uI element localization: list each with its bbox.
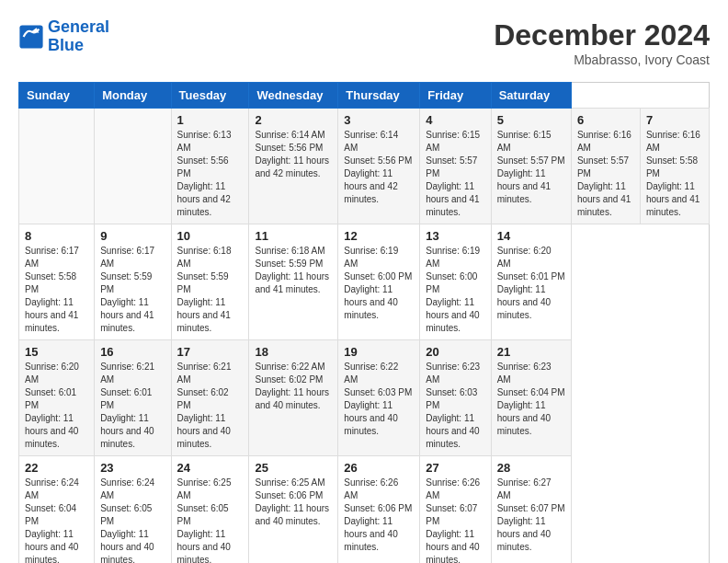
day-info: Sunrise: 6:26 AM Sunset: 6:06 PM Dayligh…	[344, 477, 414, 554]
day-number: 25	[255, 461, 332, 475]
calendar-cell: 7 Sunrise: 6:16 AM Sunset: 5:58 PM Dayli…	[640, 109, 709, 224]
calendar-week-row: 22 Sunrise: 6:24 AM Sunset: 6:04 PM Dayl…	[19, 456, 710, 564]
calendar-cell: 1 Sunrise: 6:13 AM Sunset: 5:56 PM Dayli…	[171, 109, 249, 224]
day-number: 7	[646, 113, 703, 127]
day-number: 3	[344, 113, 414, 127]
day-info: Sunrise: 6:14 AM Sunset: 5:56 PM Dayligh…	[344, 129, 414, 206]
day-number: 1	[177, 113, 244, 127]
day-number: 16	[100, 345, 165, 359]
day-info: Sunrise: 6:22 AM Sunset: 6:03 PM Dayligh…	[344, 361, 414, 438]
calendar-cell: 16 Sunrise: 6:21 AM Sunset: 6:01 PM Dayl…	[95, 340, 171, 456]
day-info: Sunrise: 6:16 AM Sunset: 5:57 PM Dayligh…	[577, 129, 634, 219]
calendar-week-row: 1 Sunrise: 6:13 AM Sunset: 5:56 PM Dayli…	[19, 109, 710, 224]
calendar-cell: 3 Sunrise: 6:14 AM Sunset: 5:56 PM Dayli…	[338, 109, 420, 224]
day-number: 8	[25, 229, 88, 243]
day-info: Sunrise: 6:14 AM Sunset: 5:56 PM Dayligh…	[255, 129, 332, 180]
day-number: 24	[177, 461, 244, 475]
day-info: Sunrise: 6:15 AM Sunset: 5:57 PM Dayligh…	[497, 129, 565, 206]
day-number: 12	[344, 229, 414, 243]
calendar-cell	[19, 109, 95, 224]
calendar-cell: 23 Sunrise: 6:24 AM Sunset: 6:05 PM Dayl…	[95, 456, 171, 564]
day-info: Sunrise: 6:25 AM Sunset: 6:05 PM Dayligh…	[177, 477, 244, 563]
calendar-cell: 2 Sunrise: 6:14 AM Sunset: 5:56 PM Dayli…	[249, 109, 338, 224]
day-number: 21	[497, 345, 565, 359]
day-number: 6	[577, 113, 634, 127]
weekday-header: Tuesday	[171, 83, 249, 109]
calendar-cell: 6 Sunrise: 6:16 AM Sunset: 5:57 PM Dayli…	[571, 109, 640, 224]
day-number: 2	[255, 113, 332, 127]
calendar-cell: 10 Sunrise: 6:18 AM Sunset: 5:59 PM Dayl…	[171, 224, 249, 340]
day-number: 15	[25, 345, 88, 359]
day-number: 27	[426, 461, 484, 475]
calendar-week-row: 15 Sunrise: 6:20 AM Sunset: 6:01 PM Dayl…	[19, 340, 710, 456]
month-year: December 2024	[494, 18, 710, 52]
calendar-cell: 27 Sunrise: 6:26 AM Sunset: 6:07 PM Dayl…	[420, 456, 491, 564]
weekday-header: Sunday	[19, 83, 95, 109]
weekday-header: Saturday	[491, 83, 571, 109]
calendar-cell: 9 Sunrise: 6:17 AM Sunset: 5:59 PM Dayli…	[95, 224, 171, 340]
day-info: Sunrise: 6:19 AM Sunset: 6:00 PM Dayligh…	[344, 245, 414, 322]
calendar-week-row: 8 Sunrise: 6:17 AM Sunset: 5:58 PM Dayli…	[19, 224, 710, 340]
calendar-cell: 20 Sunrise: 6:23 AM Sunset: 6:03 PM Dayl…	[420, 340, 491, 456]
calendar-cell: 25 Sunrise: 6:25 AM Sunset: 6:06 PM Dayl…	[249, 456, 338, 564]
day-number: 4	[426, 113, 484, 127]
day-info: Sunrise: 6:17 AM Sunset: 5:59 PM Dayligh…	[100, 245, 165, 335]
day-number: 9	[100, 229, 165, 243]
day-info: Sunrise: 6:22 AM Sunset: 6:02 PM Dayligh…	[255, 361, 332, 412]
weekday-header: Monday	[95, 83, 171, 109]
day-number: 18	[255, 345, 332, 359]
day-number: 11	[255, 229, 332, 243]
day-info: Sunrise: 6:20 AM Sunset: 6:01 PM Dayligh…	[25, 361, 88, 451]
day-info: Sunrise: 6:19 AM Sunset: 6:00 PM Dayligh…	[426, 245, 484, 335]
calendar-cell: 19 Sunrise: 6:22 AM Sunset: 6:03 PM Dayl…	[338, 340, 420, 456]
day-number: 28	[497, 461, 565, 475]
day-number: 26	[344, 461, 414, 475]
day-info: Sunrise: 6:18 AM Sunset: 5:59 PM Dayligh…	[255, 245, 332, 296]
calendar-cell: 21 Sunrise: 6:23 AM Sunset: 6:04 PM Dayl…	[491, 340, 571, 456]
logo: General Blue	[18, 18, 109, 55]
calendar-cell: 17 Sunrise: 6:21 AM Sunset: 6:02 PM Dayl…	[171, 340, 249, 456]
day-info: Sunrise: 6:25 AM Sunset: 6:06 PM Dayligh…	[255, 477, 332, 528]
calendar-cell: 28 Sunrise: 6:27 AM Sunset: 6:07 PM Dayl…	[491, 456, 571, 564]
calendar-cell: 15 Sunrise: 6:20 AM Sunset: 6:01 PM Dayl…	[19, 340, 95, 456]
day-number: 22	[25, 461, 88, 475]
weekday-header: Wednesday	[249, 83, 338, 109]
calendar-cell: 8 Sunrise: 6:17 AM Sunset: 5:58 PM Dayli…	[19, 224, 95, 340]
day-info: Sunrise: 6:18 AM Sunset: 5:59 PM Dayligh…	[177, 245, 244, 335]
calendar-cell: 12 Sunrise: 6:19 AM Sunset: 6:00 PM Dayl…	[338, 224, 420, 340]
day-info: Sunrise: 6:26 AM Sunset: 6:07 PM Dayligh…	[426, 477, 484, 563]
day-info: Sunrise: 6:24 AM Sunset: 6:05 PM Dayligh…	[100, 477, 165, 563]
calendar-cell: 26 Sunrise: 6:26 AM Sunset: 6:06 PM Dayl…	[338, 456, 420, 564]
weekday-header: Friday	[420, 83, 491, 109]
day-info: Sunrise: 6:20 AM Sunset: 6:01 PM Dayligh…	[497, 245, 565, 322]
location: Mbabrasso, Ivory Coast	[494, 52, 710, 67]
day-number: 13	[426, 229, 484, 243]
day-info: Sunrise: 6:15 AM Sunset: 5:57 PM Dayligh…	[426, 129, 484, 219]
weekday-header: Thursday	[338, 83, 420, 109]
day-number: 19	[344, 345, 414, 359]
logo-text: General Blue	[48, 18, 109, 55]
title-block: December 2024 Mbabrasso, Ivory Coast	[494, 18, 710, 67]
calendar-cell: 13 Sunrise: 6:19 AM Sunset: 6:00 PM Dayl…	[420, 224, 491, 340]
day-info: Sunrise: 6:13 AM Sunset: 5:56 PM Dayligh…	[177, 129, 244, 219]
day-number: 10	[177, 229, 244, 243]
day-info: Sunrise: 6:23 AM Sunset: 6:04 PM Dayligh…	[497, 361, 565, 438]
day-number: 20	[426, 345, 484, 359]
calendar-cell: 14 Sunrise: 6:20 AM Sunset: 6:01 PM Dayl…	[491, 224, 571, 340]
day-number: 23	[100, 461, 165, 475]
calendar-cell: 5 Sunrise: 6:15 AM Sunset: 5:57 PM Dayli…	[491, 109, 571, 224]
calendar-cell	[95, 109, 171, 224]
calendar-cell: 24 Sunrise: 6:25 AM Sunset: 6:05 PM Dayl…	[171, 456, 249, 564]
day-info: Sunrise: 6:16 AM Sunset: 5:58 PM Dayligh…	[646, 129, 703, 219]
calendar-table: SundayMondayTuesdayWednesdayThursdayFrid…	[18, 82, 710, 563]
day-number: 5	[497, 113, 565, 127]
calendar-cell: 4 Sunrise: 6:15 AM Sunset: 5:57 PM Dayli…	[420, 109, 491, 224]
day-info: Sunrise: 6:17 AM Sunset: 5:58 PM Dayligh…	[25, 245, 88, 335]
page-header: General Blue December 2024 Mbabrasso, Iv…	[18, 18, 710, 67]
day-info: Sunrise: 6:21 AM Sunset: 6:01 PM Dayligh…	[100, 361, 165, 451]
calendar-cell: 22 Sunrise: 6:24 AM Sunset: 6:04 PM Dayl…	[19, 456, 95, 564]
day-number: 17	[177, 345, 244, 359]
weekday-header-row: SundayMondayTuesdayWednesdayThursdayFrid…	[19, 83, 710, 109]
day-info: Sunrise: 6:21 AM Sunset: 6:02 PM Dayligh…	[177, 361, 244, 451]
day-number: 14	[497, 229, 565, 243]
